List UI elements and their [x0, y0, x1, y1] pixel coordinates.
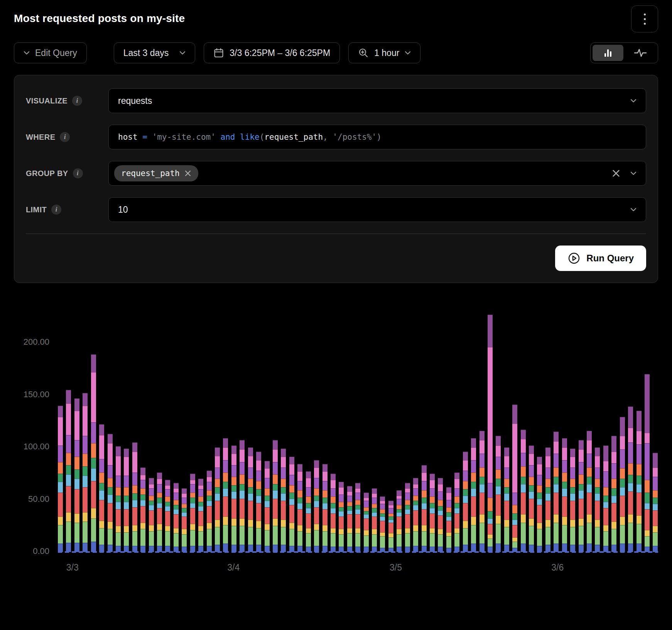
bar[interactable] [322, 464, 328, 552]
bar[interactable] [240, 440, 245, 552]
bar[interactable] [83, 393, 88, 552]
bar[interactable] [388, 501, 393, 552]
bar-segment-series-2 [380, 536, 385, 548]
date-range-button[interactable]: 3/3 6:25PM – 3/6 6:25PM [204, 42, 340, 63]
kebab-menu-button[interactable] [631, 5, 658, 32]
bar-segment-series-7 [256, 481, 261, 489]
bar[interactable] [207, 471, 212, 552]
bar[interactable] [91, 354, 96, 552]
bar[interactable] [281, 449, 286, 552]
bar[interactable] [653, 453, 658, 552]
bar[interactable] [603, 445, 608, 552]
bar[interactable] [545, 447, 550, 552]
bar[interactable] [504, 447, 509, 552]
bar[interactable] [512, 405, 517, 552]
info-icon[interactable]: i [72, 96, 82, 106]
bar[interactable] [471, 438, 476, 552]
bar[interactable] [537, 457, 542, 552]
bar[interactable] [124, 449, 129, 552]
info-icon[interactable]: i [51, 205, 61, 215]
bar[interactable] [231, 445, 236, 552]
bar[interactable] [422, 465, 427, 552]
bar[interactable] [480, 431, 485, 552]
bar[interactable] [446, 487, 451, 552]
info-icon[interactable]: i [73, 168, 83, 178]
remove-chip-icon[interactable] [184, 170, 191, 177]
bar[interactable] [248, 447, 253, 552]
bar[interactable] [165, 480, 170, 552]
bar[interactable] [397, 490, 402, 552]
bar[interactable] [454, 472, 459, 552]
bar[interactable] [355, 483, 360, 552]
bar[interactable] [256, 452, 261, 552]
time-range-dropdown[interactable]: Last 3 days [114, 42, 196, 63]
line-chart-toggle[interactable] [625, 45, 656, 61]
bar[interactable] [595, 447, 600, 552]
bar[interactable] [529, 445, 534, 552]
bar[interactable] [140, 467, 145, 552]
bar[interactable] [157, 472, 162, 552]
bar[interactable] [132, 442, 137, 552]
bar[interactable] [58, 406, 63, 552]
bar[interactable] [637, 411, 642, 552]
bar-segment-series-3 [182, 529, 187, 534]
bar-segment-series-6 [215, 487, 220, 493]
bar-segment-series-7 [620, 468, 625, 479]
limit-select[interactable]: 10 [108, 197, 646, 222]
bar[interactable] [579, 440, 584, 552]
bar[interactable] [438, 478, 443, 552]
bar[interactable] [223, 438, 228, 552]
group-by-chip[interactable]: request_path [114, 165, 198, 181]
bar-segment-series-8 [297, 481, 302, 490]
bar[interactable] [496, 436, 501, 552]
bar[interactable] [380, 496, 385, 552]
bar[interactable] [463, 452, 468, 552]
visualize-select[interactable]: requests [108, 88, 646, 113]
bar-chart-toggle[interactable] [593, 45, 623, 61]
bar[interactable] [66, 390, 71, 552]
bar[interactable] [108, 434, 113, 552]
bar[interactable] [570, 449, 575, 552]
bar[interactable] [198, 479, 203, 552]
bar[interactable] [562, 438, 567, 552]
bar[interactable] [413, 478, 418, 552]
bar[interactable] [611, 436, 616, 552]
bar[interactable] [182, 488, 187, 552]
bar[interactable] [149, 478, 154, 552]
bar[interactable] [347, 486, 352, 552]
bar[interactable] [265, 461, 270, 552]
bar[interactable] [314, 460, 319, 552]
bar[interactable] [628, 406, 633, 552]
edit-query-button[interactable]: Edit Query [14, 42, 87, 63]
bar[interactable] [521, 430, 526, 552]
bar[interactable] [554, 432, 559, 552]
group-by-select[interactable]: request_path [108, 161, 646, 186]
bar[interactable] [74, 398, 79, 552]
bar[interactable] [364, 493, 369, 552]
bar[interactable] [297, 464, 302, 552]
bar[interactable] [116, 446, 121, 552]
clear-group-by-icon[interactable] [612, 169, 620, 178]
bar[interactable] [190, 474, 195, 552]
bar[interactable] [174, 483, 179, 552]
bar[interactable] [430, 474, 435, 552]
bar[interactable] [645, 374, 650, 552]
bar[interactable] [405, 483, 410, 552]
bar[interactable] [289, 457, 294, 552]
bar[interactable] [99, 424, 104, 552]
bar[interactable] [620, 417, 625, 552]
bar[interactable] [306, 471, 311, 552]
info-icon[interactable]: i [60, 132, 70, 142]
bar[interactable] [215, 447, 220, 552]
bar[interactable] [372, 488, 377, 552]
bar[interactable] [339, 482, 344, 552]
bar[interactable] [587, 431, 592, 552]
where-input[interactable]: host = 'my-site.com' and like(request_pa… [108, 125, 646, 149]
run-query-button[interactable]: Run Query [555, 246, 646, 271]
bar[interactable] [273, 440, 278, 552]
bar[interactable] [488, 315, 493, 552]
bar-segment-series-4 [496, 495, 501, 515]
bar-segment-series-9 [380, 501, 385, 504]
interval-dropdown[interactable]: 1 hour [348, 42, 420, 63]
bar[interactable] [331, 474, 336, 552]
